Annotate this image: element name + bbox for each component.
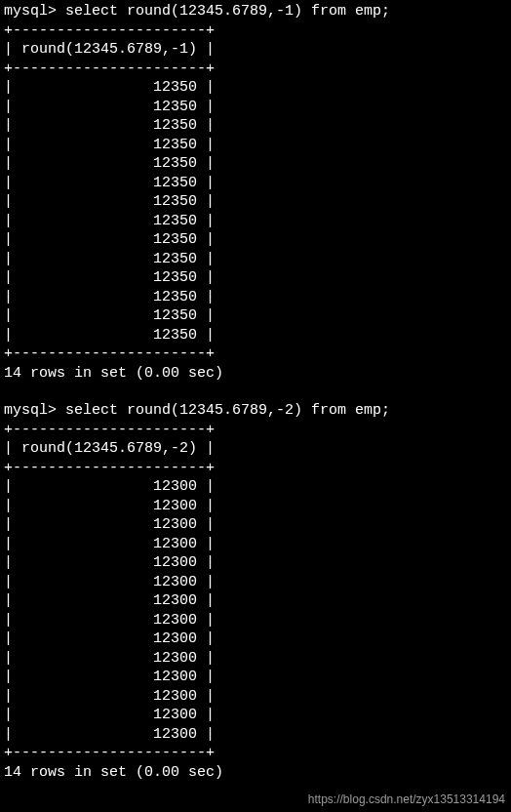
table-border-top-2: +----------------------+ bbox=[4, 421, 507, 440]
table-header-2: | round(12345.6789,-2) | bbox=[4, 439, 507, 459]
result-summary-1: 14 rows in set (0.00 sec) bbox=[4, 364, 507, 384]
table-row: | 12350 | bbox=[4, 136, 507, 155]
table-row: | 12350 | bbox=[4, 288, 507, 307]
table-row: | 12300 | bbox=[4, 477, 507, 497]
table-row: | 12300 | bbox=[4, 573, 507, 592]
table-row: | 12350 | bbox=[4, 116, 507, 136]
mysql-prompt-1: mysql> select round(12345.6789,-1) from … bbox=[4, 2, 507, 21]
table-row: | 12350 | bbox=[4, 174, 507, 193]
table-border-bottom-2: +----------------------+ bbox=[4, 744, 507, 763]
table-row: | 12350 | bbox=[4, 268, 507, 288]
result-summary-2: 14 rows in set (0.00 sec) bbox=[4, 763, 507, 783]
table-row: | 12300 | bbox=[4, 535, 507, 554]
table-row: | 12300 | bbox=[4, 611, 507, 630]
table-row: | 12350 | bbox=[4, 326, 507, 345]
table-row: | 12300 | bbox=[4, 629, 507, 649]
table-row: | 12300 | bbox=[4, 687, 507, 707]
table-border-mid-1: +----------------------+ bbox=[4, 60, 507, 79]
table-row: | 12300 | bbox=[4, 553, 507, 573]
watermark-text: https://blog.csdn.net/zyx13513314194 bbox=[308, 792, 505, 808]
table-border-top-1: +----------------------+ bbox=[4, 21, 507, 41]
table-row: | 12300 | bbox=[4, 649, 507, 669]
terminal-output: mysql> select round(12345.6789,-1) from … bbox=[4, 2, 507, 782]
table-row: | 12300 | bbox=[4, 591, 507, 611]
table-row: | 12350 | bbox=[4, 250, 507, 269]
table-row: | 12300 | bbox=[4, 515, 507, 535]
table-row: | 12350 | bbox=[4, 230, 507, 250]
table-row: | 12300 | bbox=[4, 668, 507, 687]
table-row: | 12300 | bbox=[4, 497, 507, 516]
blank-line bbox=[4, 383, 507, 401]
mysql-prompt-2: mysql> select round(12345.6789,-2) from … bbox=[4, 401, 507, 421]
table-row: | 12350 | bbox=[4, 98, 507, 117]
table-header-1: | round(12345.6789,-1) | bbox=[4, 40, 507, 60]
table-row: | 12350 | bbox=[4, 78, 507, 98]
table-border-mid-2: +----------------------+ bbox=[4, 459, 507, 478]
table-row: | 12350 | bbox=[4, 192, 507, 212]
table-border-bottom-1: +----------------------+ bbox=[4, 345, 507, 364]
table-row: | 12300 | bbox=[4, 706, 507, 725]
table-row: | 12350 | bbox=[4, 306, 507, 326]
table-row: | 12300 | bbox=[4, 725, 507, 745]
table-row: | 12350 | bbox=[4, 154, 507, 174]
table-row: | 12350 | bbox=[4, 212, 507, 231]
